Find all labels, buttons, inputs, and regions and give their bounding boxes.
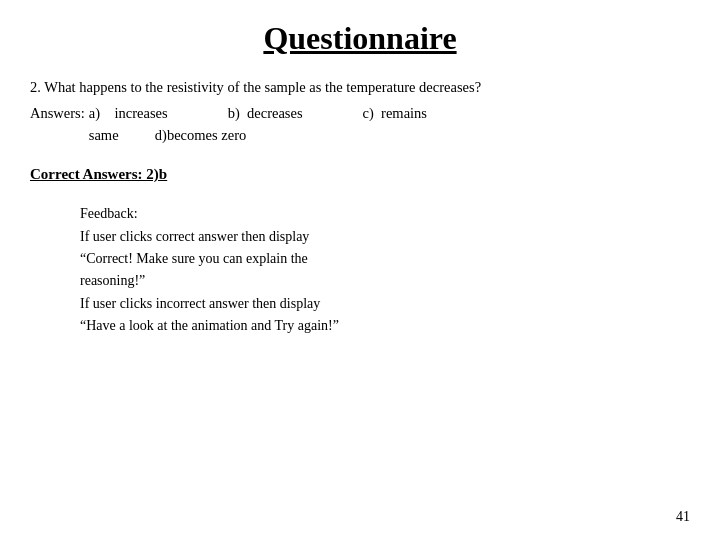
answer-c-value: remains <box>381 105 427 121</box>
answers-line2: same d)becomes zero <box>89 125 690 147</box>
feedback-box: Feedback: If user clicks correct answer … <box>80 203 690 337</box>
answer-b-label: b) <box>228 105 240 121</box>
answers-column: a) increases b) decreases c) remains sam… <box>89 103 690 147</box>
feedback-line3: reasoning!” <box>80 270 690 292</box>
answer-b: b) decreases <box>228 103 303 125</box>
correct-answers: Correct Answers: 2)b <box>30 166 690 183</box>
answer-same-label: same <box>89 127 119 143</box>
page-title: Questionnaire <box>30 20 690 57</box>
question-text: 2. What happens to the resistivity of th… <box>30 77 690 99</box>
answers-row: Answers: a) increases b) decreases c) re… <box>30 103 690 147</box>
answer-b-value: decreases <box>247 105 303 121</box>
answer-d-label: d) <box>155 127 167 143</box>
feedback-line2: “Correct! Make sure you can explain the <box>80 248 690 270</box>
answers-line1: a) increases b) decreases c) remains <box>89 103 690 125</box>
answer-a-label: a) <box>89 105 100 121</box>
feedback-line1: If user clicks correct answer then displ… <box>80 226 690 248</box>
feedback-line4: If user clicks incorrect answer then dis… <box>80 293 690 315</box>
question-number: 2. <box>30 79 41 95</box>
question-body: What happens to the resistivity of the s… <box>44 79 481 95</box>
feedback-title: Feedback: <box>80 203 690 225</box>
answer-c: c) remains <box>363 103 427 125</box>
answers-label: Answers: <box>30 103 85 125</box>
answer-c-label: c) <box>363 105 374 121</box>
answer-a-value: increases <box>115 105 168 121</box>
answer-d-value: becomes zero <box>167 127 246 143</box>
feedback-line5: “Have a look at the animation and Try ag… <box>80 315 690 337</box>
page-number: 41 <box>676 509 690 525</box>
page: Questionnaire 2. What happens to the res… <box>0 0 720 540</box>
answer-a: a) increases <box>89 103 168 125</box>
